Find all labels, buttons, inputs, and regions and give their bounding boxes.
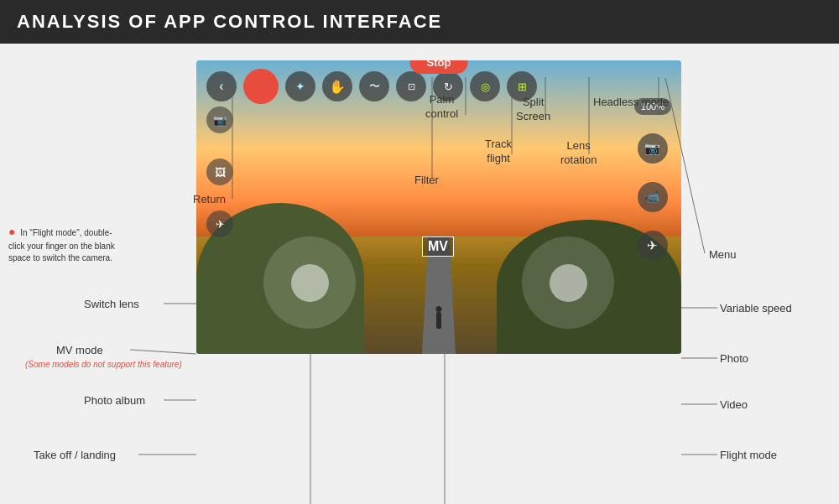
palm-button[interactable]: ✋: [322, 71, 352, 101]
video-label: Video: [720, 398, 748, 411]
magic-button[interactable]: ✦: [285, 71, 315, 101]
menu-label: Menu: [709, 248, 737, 261]
variable-speed-label: Variable speed: [720, 302, 792, 314]
main-area: ‹ ✦ ✋ 〜 ⊡ ↻ ◎ ⊞ 📷 MV 🖼 ✈ 100% 📷 📹 ✈: [0, 44, 839, 504]
right-controls: 100% 📷 📹 ✈: [634, 98, 671, 261]
headless-mode-label: Headless mode: [593, 96, 669, 108]
joystick-right[interactable]: [522, 236, 614, 329]
wave-button[interactable]: 〜: [359, 71, 389, 101]
flight-mode-label: Flight mode: [720, 449, 777, 461]
person-silhouette: [436, 312, 441, 329]
track-flight-label: Track flight: [485, 138, 512, 166]
svg-line-9: [130, 350, 196, 354]
return-label: Return: [193, 193, 226, 205]
video-button[interactable]: 📹: [638, 182, 668, 212]
joystick-left-dot: [291, 264, 329, 302]
photo-label: Photo: [720, 352, 748, 365]
vr-button[interactable]: ⊡: [396, 71, 426, 101]
flight-mode-button[interactable]: ✈: [638, 231, 668, 261]
back-button[interactable]: ‹: [206, 71, 237, 101]
record-button[interactable]: [243, 69, 279, 104]
photo-button[interactable]: 📷: [638, 133, 668, 164]
left-controls: 📷 MV 🖼 ✈: [206, 107, 233, 237]
joystick-right-dot: [550, 264, 587, 302]
target-button[interactable]: ◎: [470, 71, 500, 101]
mv-mode-button[interactable]: MV: [422, 236, 454, 257]
switch-lens-label: Switch lens: [84, 298, 139, 310]
palm-control-label: Palm control: [425, 93, 458, 122]
filter-label: Filter: [414, 174, 439, 186]
joystick-left[interactable]: [263, 236, 356, 329]
takeoff-label: Take off / landing: [34, 449, 116, 461]
page-header: ANALYSIS OF APP CONTROL INTERFACE: [0, 0, 839, 44]
models-note: (Some models do not support this feature…: [25, 360, 182, 369]
mv-mode-label: MV mode: [56, 344, 103, 356]
page-title: ANALYSIS OF APP CONTROL INTERFACE: [17, 11, 442, 33]
photo-album-label: Photo album: [84, 394, 145, 407]
stop-button[interactable]: Stop: [410, 60, 468, 74]
flight-note: ● In "Flight mode", double-click your fi…: [8, 224, 117, 264]
switch-lens-button[interactable]: 📷: [206, 107, 233, 133]
takeoff-button[interactable]: ✈: [206, 210, 233, 237]
split-screen-label: Split Screen: [516, 96, 550, 124]
photo-album-button[interactable]: 🖼: [206, 158, 233, 185]
lens-rotation-label: Lens rotation: [560, 139, 597, 168]
